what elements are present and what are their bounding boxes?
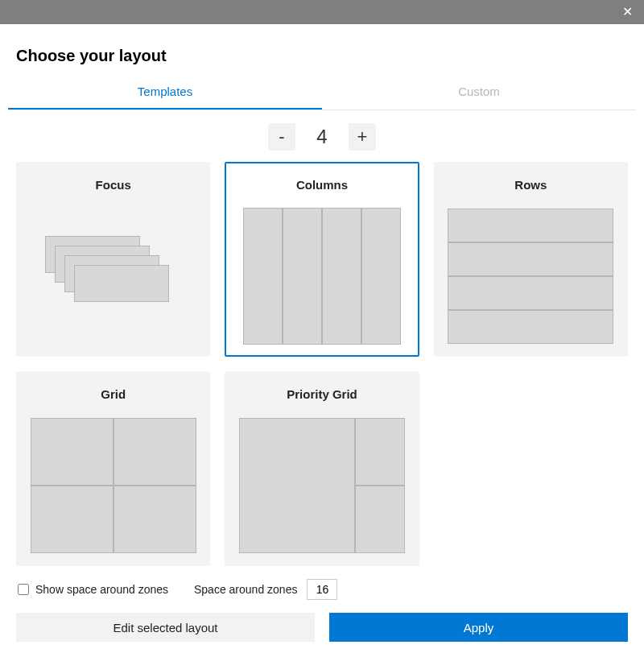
space-around-label: Space around zones xyxy=(194,583,297,596)
tabs: Templates Custom xyxy=(8,76,636,110)
layout-label: Grid xyxy=(26,387,200,401)
show-space-label: Show space around zones xyxy=(35,583,168,596)
layout-label: Columns xyxy=(234,178,409,192)
show-space-checkbox-input[interactable] xyxy=(18,584,29,595)
apply-button[interactable]: Apply xyxy=(329,613,628,642)
tab-templates[interactable]: Templates xyxy=(8,76,322,110)
layout-preview-columns xyxy=(234,205,409,347)
layout-card-focus[interactable]: Focus xyxy=(16,162,210,357)
edit-layout-button[interactable]: Edit selected layout xyxy=(16,613,315,642)
layout-label: Rows xyxy=(444,178,618,192)
layout-label: Focus xyxy=(26,178,200,192)
layout-grid: Focus Columns Rows G xyxy=(16,162,628,566)
dialog-body: Choose your layout Templates Custom - 4 … xyxy=(0,24,644,649)
increment-button[interactable]: + xyxy=(349,123,376,151)
close-icon[interactable]: ✕ xyxy=(622,6,633,19)
layout-preview-focus xyxy=(26,205,200,347)
decrement-button[interactable]: - xyxy=(268,123,295,151)
layout-preview-grid xyxy=(26,414,200,556)
layout-card-priority-grid[interactable]: Priority Grid xyxy=(225,371,419,566)
space-around-input[interactable] xyxy=(307,579,337,600)
action-row: Edit selected layout Apply xyxy=(16,613,628,649)
layout-preview-rows xyxy=(444,205,618,347)
options-row: Show space around zones Space around zon… xyxy=(16,579,628,600)
layout-preview-priority-grid xyxy=(234,414,409,556)
zone-count-control: - 4 + xyxy=(16,123,628,151)
layout-card-rows[interactable]: Rows xyxy=(434,162,628,357)
titlebar: ✕ xyxy=(0,0,644,24)
space-around-wrap: Space around zones xyxy=(194,579,337,600)
layout-card-grid[interactable]: Grid xyxy=(16,371,210,566)
show-space-checkbox[interactable]: Show space around zones xyxy=(18,583,168,596)
layout-card-columns[interactable]: Columns xyxy=(225,162,419,357)
zone-count-value: 4 xyxy=(303,126,341,148)
tab-custom[interactable]: Custom xyxy=(322,76,636,110)
dialog-title: Choose your layout xyxy=(16,47,628,65)
layout-label: Priority Grid xyxy=(234,387,409,401)
